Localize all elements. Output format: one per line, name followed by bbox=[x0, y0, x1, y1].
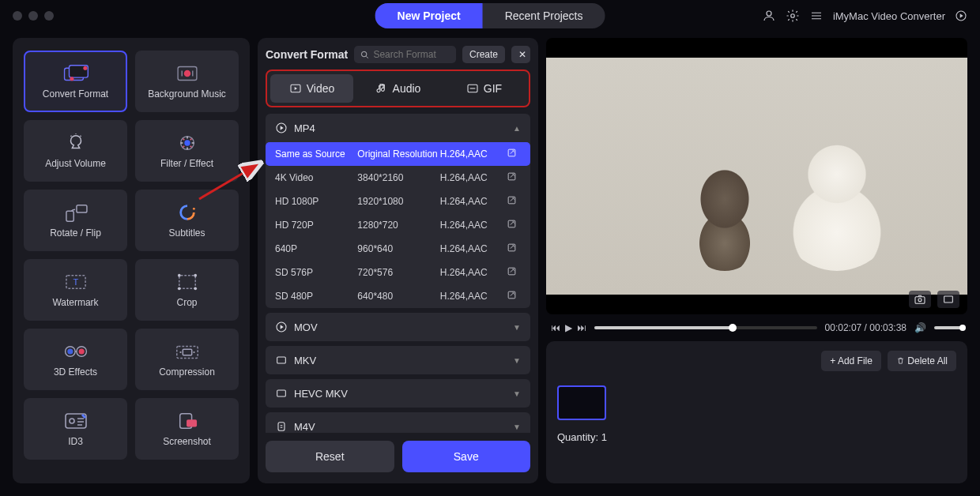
edit-preset-icon[interactable] bbox=[503, 290, 521, 302]
preset-resolution: 960*640 bbox=[357, 243, 439, 254]
queue-thumbnail[interactable] bbox=[557, 385, 606, 420]
svg-point-33 bbox=[362, 51, 367, 56]
tool-grid: Convert Format Background Music Adjust V… bbox=[13, 38, 250, 483]
video-preview[interactable] bbox=[546, 38, 967, 314]
tool-id3[interactable]: ID3 bbox=[24, 398, 127, 460]
watermark-icon: T bbox=[62, 272, 89, 292]
search-icon bbox=[360, 50, 369, 60]
svg-point-17 bbox=[177, 274, 180, 277]
volume-icon bbox=[62, 133, 89, 153]
format-preset-row[interactable]: Same as SourceOriginal ResolutionH.264,A… bbox=[266, 142, 530, 166]
svg-rect-26 bbox=[183, 349, 191, 355]
format-search[interactable] bbox=[354, 46, 456, 63]
tool-compression[interactable]: Compression bbox=[135, 329, 239, 390]
tab-audio[interactable]: Audio bbox=[356, 74, 439, 103]
reset-button[interactable]: Reset bbox=[266, 441, 394, 472]
close-button[interactable]: ✕ bbox=[511, 46, 530, 63]
format-list: MP4 ▲ Same as SourceOriginal ResolutionH… bbox=[266, 114, 530, 433]
menu-icon[interactable] bbox=[809, 9, 824, 23]
preset-codec: H.264,AAC bbox=[440, 220, 503, 231]
preset-codec: H.264,AAC bbox=[440, 267, 503, 278]
preset-resolution: 3840*2160 bbox=[357, 172, 439, 183]
audio-icon bbox=[375, 82, 388, 95]
fullscreen-button[interactable] bbox=[937, 291, 959, 308]
edit-preset-icon[interactable] bbox=[503, 148, 521, 160]
preset-label: HD 720P bbox=[275, 220, 357, 231]
format-group-header[interactable]: MOV▼ bbox=[266, 313, 530, 341]
tool-rotate-flip[interactable]: Rotate / Flip bbox=[24, 190, 127, 251]
format-preset-row[interactable]: HD 1080P1920*1080H.264,AAC bbox=[266, 190, 530, 213]
subtitles-icon bbox=[174, 202, 201, 223]
playback-bar: ⏮ ▶ ⏭ 00:02:07 / 00:03:38 🔊 bbox=[546, 322, 967, 333]
tool-background-music[interactable]: Background Music bbox=[135, 51, 239, 112]
format-group-header[interactable]: MKV▼ bbox=[266, 346, 530, 374]
tool-screenshot[interactable]: Screenshot bbox=[135, 398, 239, 460]
trash-icon bbox=[896, 356, 905, 365]
svg-point-19 bbox=[177, 287, 180, 291]
window-controls[interactable] bbox=[13, 11, 54, 21]
svg-point-28 bbox=[70, 419, 74, 423]
next-button[interactable]: ⏭ bbox=[577, 322, 586, 333]
tab-new-project[interactable]: New Project bbox=[375, 3, 483, 28]
add-file-button[interactable]: + Add File bbox=[821, 351, 881, 371]
tool-3d-effects[interactable]: 3D Effects bbox=[24, 329, 127, 390]
format-group-hevc-mkv: HEVC MKV▼ bbox=[266, 379, 530, 408]
format-preset-row[interactable]: 4K Video3840*2160H.264,AAC bbox=[266, 166, 530, 190]
edit-preset-icon[interactable] bbox=[503, 171, 521, 184]
format-icon bbox=[275, 387, 288, 400]
svg-point-20 bbox=[194, 287, 197, 291]
volume-icon[interactable]: 🔊 bbox=[914, 322, 926, 333]
format-group-mkv: MKV▼ bbox=[266, 346, 530, 374]
tool-filter-effect[interactable]: Filter / Effect bbox=[135, 120, 239, 182]
svg-point-5 bbox=[70, 77, 74, 81]
video-frame bbox=[546, 58, 967, 295]
preset-label: Same as Source bbox=[275, 148, 357, 160]
save-button[interactable]: Save bbox=[402, 441, 531, 472]
svg-point-13 bbox=[192, 208, 194, 210]
format-search-input[interactable] bbox=[373, 49, 450, 60]
edit-preset-icon[interactable] bbox=[503, 266, 521, 279]
edit-preset-icon[interactable] bbox=[503, 219, 521, 231]
tab-recent-projects[interactable]: Recent Projects bbox=[483, 3, 605, 28]
seek-slider[interactable] bbox=[594, 326, 817, 329]
preset-resolution: 640*480 bbox=[357, 291, 439, 302]
format-type-tabs: Video Audio GIF bbox=[266, 70, 530, 107]
file-queue: + Add File Delete All Quantity: 1 bbox=[546, 341, 967, 483]
settings-icon[interactable] bbox=[786, 9, 800, 23]
tool-label: Subtitles bbox=[168, 227, 205, 239]
format-preset-row[interactable]: 640P960*640H.264,AAC bbox=[266, 237, 530, 261]
tool-crop[interactable]: Crop bbox=[135, 259, 239, 321]
format-preset-row[interactable]: SD 576P720*576H.264,AAC bbox=[266, 261, 530, 284]
prev-button[interactable]: ⏮ bbox=[551, 322, 560, 333]
svg-point-24 bbox=[78, 348, 84, 354]
account-icon[interactable] bbox=[762, 9, 776, 23]
snapshot-button[interactable] bbox=[909, 291, 931, 308]
edit-preset-icon[interactable] bbox=[503, 195, 521, 208]
format-group-header[interactable]: MP4 ▲ bbox=[266, 114, 530, 142]
tool-subtitles[interactable]: Subtitles bbox=[135, 190, 239, 251]
chevron-down-icon: ▼ bbox=[513, 389, 521, 398]
tool-adjust-volume[interactable]: Adjust Volume bbox=[24, 120, 127, 182]
app-badge-icon bbox=[955, 9, 967, 22]
edit-preset-icon[interactable] bbox=[503, 242, 521, 255]
tab-gif[interactable]: GIF bbox=[443, 74, 526, 103]
music-icon bbox=[174, 63, 201, 84]
create-button[interactable]: Create bbox=[462, 46, 505, 63]
tool-label: Watermark bbox=[52, 297, 98, 308]
format-preset-row[interactable]: HD 720P1280*720H.264,AAC bbox=[266, 213, 530, 237]
format-group-header[interactable]: HEVC MKV▼ bbox=[266, 379, 530, 408]
tool-watermark[interactable]: T Watermark bbox=[24, 259, 127, 321]
tool-label: Compression bbox=[159, 366, 215, 378]
gif-icon bbox=[466, 82, 479, 95]
format-preset-row[interactable]: SD 480P640*480H.264,AAC bbox=[266, 284, 530, 308]
tool-convert-format[interactable]: Convert Format bbox=[24, 51, 127, 112]
preset-resolution: 720*576 bbox=[357, 267, 439, 278]
play-button[interactable]: ▶ bbox=[565, 322, 572, 333]
tab-video[interactable]: Video bbox=[270, 74, 353, 103]
volume-slider[interactable] bbox=[934, 326, 963, 329]
delete-all-button[interactable]: Delete All bbox=[888, 351, 956, 371]
tool-label: Background Music bbox=[148, 88, 226, 100]
svg-point-6 bbox=[83, 66, 87, 70]
format-group-header[interactable]: M4V▼ bbox=[266, 412, 530, 433]
preset-label: 640P bbox=[275, 243, 357, 254]
